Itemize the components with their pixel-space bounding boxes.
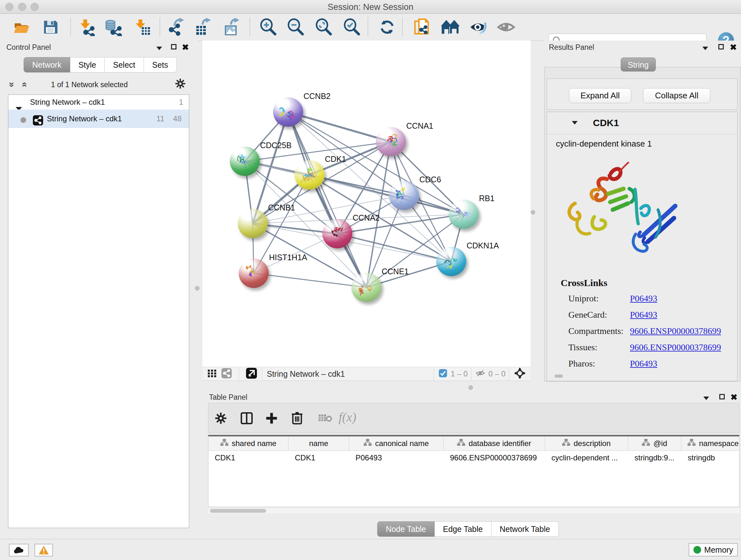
column-header-namespace[interactable]: namespace xyxy=(681,436,739,450)
network-row-selected[interactable]: String Network – cdk1 11 48 xyxy=(8,110,189,128)
grid-view-button[interactable] xyxy=(207,368,217,379)
import-table-button[interactable] xyxy=(132,17,152,37)
scrollbar-thumb[interactable] xyxy=(210,509,266,513)
network-node-CCNB2[interactable] xyxy=(273,98,303,127)
view-toolbar-separator xyxy=(509,367,509,381)
table-cell[interactable]: P06493 xyxy=(349,451,444,465)
network-node-CDKN1A[interactable] xyxy=(436,247,466,276)
network-options-button[interactable] xyxy=(175,78,186,90)
results-panel-close-button[interactable]: ✖ xyxy=(730,43,737,51)
tab-node-table[interactable]: Node Table xyxy=(377,521,434,537)
zoom-selected-button[interactable] xyxy=(341,17,362,37)
control-panel-collapse-button[interactable] xyxy=(156,46,162,51)
duplicate-network-button[interactable] xyxy=(411,17,432,37)
column-header-name[interactable]: name xyxy=(288,436,349,450)
table-horizontal-scrollbar[interactable] xyxy=(208,508,739,513)
results-panel-collapse-button[interactable] xyxy=(702,46,708,51)
detach-view-button[interactable] xyxy=(246,368,257,380)
expand-all-button[interactable]: Expand All xyxy=(569,88,631,103)
function-builder-button[interactable]: f(x) xyxy=(339,410,356,425)
mini-scrollbar-thumb[interactable] xyxy=(555,374,563,378)
import-network-file-button[interactable] xyxy=(76,17,97,37)
zoom-in-button[interactable] xyxy=(258,17,278,37)
column-header-shared-name[interactable]: shared name xyxy=(208,436,288,450)
network-birdseye-button[interactable] xyxy=(221,368,232,380)
table-cell[interactable]: CDK1 xyxy=(288,451,349,465)
horizontal-splitter-handle[interactable] xyxy=(468,385,473,390)
navigator-button[interactable] xyxy=(514,368,526,380)
export-network-button[interactable] xyxy=(165,17,186,37)
network-node-RB1[interactable] xyxy=(449,199,479,229)
network-node-CDC6[interactable] xyxy=(389,181,419,210)
cloud-button[interactable] xyxy=(9,544,29,557)
network-node-HIST1H1A[interactable] xyxy=(239,259,269,288)
hidden-indicator[interactable] xyxy=(475,368,485,380)
save-session-button[interactable] xyxy=(40,17,61,37)
network-node-CCNA2[interactable] xyxy=(322,219,352,248)
protein-structure-thumbnail xyxy=(328,225,347,243)
zoom-out-button[interactable] xyxy=(285,17,306,37)
zoom-fit-button[interactable] xyxy=(313,17,334,37)
vertical-splitter-handle[interactable] xyxy=(195,286,199,291)
refresh-view-button[interactable] xyxy=(377,17,397,37)
export-image-button[interactable] xyxy=(221,17,241,37)
network-edge[interactable] xyxy=(254,273,366,287)
network-node-CDK1[interactable] xyxy=(294,160,325,190)
table-cell[interactable]: stringdb xyxy=(681,451,739,465)
network-edge-count: 48 xyxy=(173,110,182,128)
tab-network-table[interactable]: Network Table xyxy=(491,521,559,537)
crosslink-link[interactable]: 9606.ENSP00000378699 xyxy=(630,326,721,336)
hide-selected-button[interactable] xyxy=(468,17,488,37)
houses-button[interactable] xyxy=(440,17,461,37)
delete-table-button[interactable] xyxy=(318,413,332,425)
crosslink-link[interactable]: P06493 xyxy=(630,310,657,320)
results-panel-float-button[interactable] xyxy=(718,44,724,51)
show-all-button[interactable] xyxy=(496,17,516,37)
column-header-database-identifier[interactable]: database identifier xyxy=(444,436,545,450)
results-buttons-box: Expand All Collapse All xyxy=(547,78,738,110)
export-table-button[interactable] xyxy=(192,17,213,37)
warning-button[interactable] xyxy=(35,544,53,557)
delete-column-button[interactable] xyxy=(291,411,304,426)
selected-checkbox[interactable] xyxy=(439,369,448,379)
table-cell[interactable]: cyclin-dependent ... xyxy=(545,451,628,465)
add-column-button[interactable] xyxy=(265,412,278,426)
tab-edge-table[interactable]: Edge Table xyxy=(434,521,491,537)
network-canvas[interactable]: CCNB2CCNA1CDC25BCDK1CDC6RB1CCNB1CCNA2CDK… xyxy=(202,41,531,367)
table-cell[interactable]: stringdb:9... xyxy=(628,451,681,465)
crosslink-link[interactable]: P06493 xyxy=(630,294,657,304)
column-header-canonical-name[interactable]: canonical name xyxy=(349,436,444,450)
tab-style[interactable]: Style xyxy=(70,57,105,72)
table-panel-float-button[interactable] xyxy=(719,394,725,401)
tab-string[interactable]: String xyxy=(621,57,656,71)
network-node-CCNE1[interactable] xyxy=(351,273,381,302)
crosslink-link[interactable]: P06493 xyxy=(630,359,657,369)
table-panel-close-button[interactable]: ✖ xyxy=(731,393,738,401)
show-columns-button[interactable] xyxy=(240,412,253,426)
column-header-description[interactable]: description xyxy=(545,436,628,450)
crosslink-link[interactable]: 9606.ENSP00000378699 xyxy=(630,342,721,353)
collapse-all-button[interactable]: Collapse All xyxy=(643,88,711,103)
network-collection-row[interactable]: String Network – cdk1 1 xyxy=(8,95,189,110)
network-node-CCNB1[interactable] xyxy=(238,209,268,238)
table-row[interactable]: CDK1CDK1P064939606.ENSP00000378699cyclin… xyxy=(208,451,739,465)
network-node-CCNA1[interactable] xyxy=(376,127,406,157)
tab-select[interactable]: Select xyxy=(105,57,144,72)
control-panel-tabs: NetworkStyleSelectSets xyxy=(23,57,177,72)
memory-button[interactable]: Memory xyxy=(689,543,738,557)
table-options-button[interactable] xyxy=(215,412,227,426)
column-header-@id[interactable]: @id xyxy=(628,436,681,450)
tab-network[interactable]: Network xyxy=(23,57,70,72)
tab-sets[interactable]: Sets xyxy=(144,57,177,72)
import-network-database-button[interactable] xyxy=(103,17,123,37)
network-edge[interactable] xyxy=(288,112,391,142)
table-cell[interactable]: 9606.ENSP00000378699 xyxy=(444,451,545,465)
control-panel-close-button[interactable]: ✖ xyxy=(182,43,189,51)
open-session-button[interactable] xyxy=(11,17,32,37)
vertical-splitter-handle[interactable] xyxy=(531,210,535,214)
control-panel-float-button[interactable] xyxy=(171,44,177,51)
table-cell[interactable]: CDK1 xyxy=(208,451,288,465)
network-node-CDC25B[interactable] xyxy=(230,146,260,176)
table-panel-collapse-button[interactable] xyxy=(703,395,709,401)
protein-card-header[interactable]: CDK1 xyxy=(547,112,737,134)
